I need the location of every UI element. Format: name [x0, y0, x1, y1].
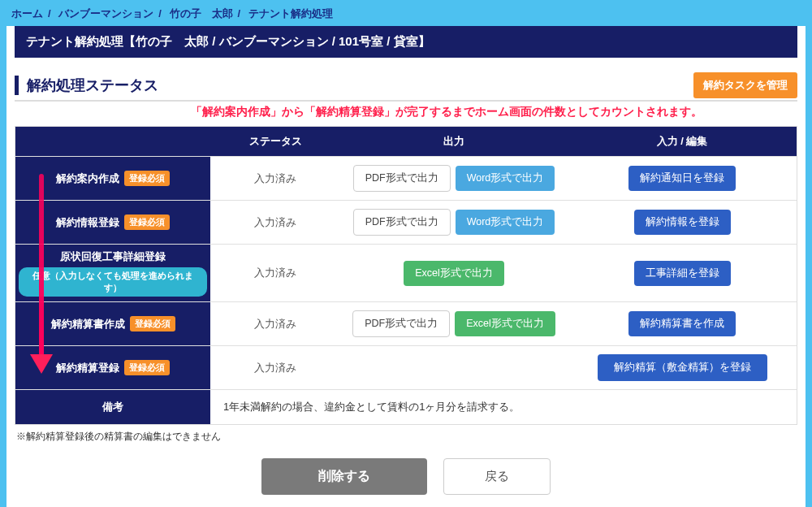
edit-button[interactable]: 解約情報を登録	[634, 210, 731, 235]
optional-badge: 任意（入力しなくても処理を進められます）	[19, 267, 207, 297]
manage-tasks-button[interactable]: 解約タスクを管理	[693, 72, 797, 98]
step-name: 原状回復工事詳細登録	[60, 249, 166, 264]
required-badge: 登録必須	[124, 214, 170, 230]
step-name: 解約精算書作成	[51, 317, 125, 332]
table-row: 解約精算書作成登録必須入力済みPDF形式で出力Excel形式で出力解約精算書を作…	[15, 301, 797, 345]
output-button[interactable]: Word形式で出力	[456, 166, 555, 191]
status-value: 入力済み	[210, 302, 340, 345]
th-output: 出力	[340, 127, 568, 156]
step-name: 解約精算登録	[56, 361, 119, 375]
remark-value: 1年未満解約の場合、違約金として賃料の1ヶ月分を請求する。	[210, 390, 797, 424]
info-note: 「解約案内作成」から「解約精算登録」が完了するまでホーム画面の件数としてカウント…	[15, 105, 797, 119]
required-badge: 登録必須	[124, 171, 170, 186]
breadcrumb: ホーム/ バンブーマンション/ 竹の子 太郎/ テナント解約処理	[0, 0, 812, 26]
th-name	[15, 127, 210, 156]
th-edit: 入力 / 編集	[568, 127, 797, 156]
crumb-building[interactable]: バンブーマンション	[58, 7, 153, 20]
edit-button[interactable]: 解約通知日を登録	[628, 166, 736, 191]
output-button[interactable]: Word形式で出力	[456, 210, 555, 235]
output-button[interactable]: PDF形式で出力	[353, 165, 451, 192]
back-button[interactable]: 戻る	[443, 458, 551, 495]
remark-label: 備考	[15, 390, 210, 424]
output-button[interactable]: PDF形式で出力	[352, 310, 450, 337]
crumb-current: テナント解約処理	[248, 7, 333, 20]
page-title: テナント解約処理【竹の子 太郎 / バンブーマンション / 101号室 / 貸室…	[15, 26, 797, 58]
edit-button[interactable]: 解約精算（敷金精算）を登録	[598, 354, 767, 381]
table-row: 解約案内作成登録必須入力済みPDF形式で出力Word形式で出力解約通知日を登録	[15, 156, 797, 200]
delete-button[interactable]: 削除する	[261, 458, 427, 495]
output-button[interactable]: PDF形式で出力	[353, 209, 451, 236]
output-button[interactable]: Excel形式で出力	[404, 261, 504, 286]
section-accent	[15, 76, 19, 95]
edit-button[interactable]: 解約精算書を作成	[628, 311, 736, 336]
status-value: 入力済み	[210, 157, 340, 200]
required-badge: 登録必須	[124, 360, 170, 375]
th-status: ステータス	[210, 127, 340, 156]
step-name: 解約案内作成	[56, 171, 119, 186]
table-row: 解約情報登録登録必須入力済みPDF形式で出力Word形式で出力解約情報を登録	[15, 200, 797, 244]
edit-button[interactable]: 工事詳細を登録	[634, 261, 731, 286]
crumb-tenant[interactable]: 竹の子 太郎	[170, 7, 233, 20]
table-row: 原状回復工事詳細登録任意（入力しなくても処理を進められます）入力済みExcel形…	[15, 244, 797, 301]
section-title: 解約処理ステータス	[27, 76, 158, 95]
output-button[interactable]: Excel形式で出力	[455, 311, 555, 336]
status-value: 入力済み	[210, 245, 340, 301]
footnote: ※解約精算登録後の精算書の編集はできません	[16, 430, 796, 444]
required-badge: 登録必須	[130, 316, 175, 332]
table-row: 解約精算登録登録必須入力済み解約精算（敷金精算）を登録	[15, 345, 797, 389]
step-name: 解約情報登録	[56, 215, 119, 230]
status-value: 入力済み	[210, 201, 340, 244]
status-value: 入力済み	[210, 346, 340, 389]
crumb-home[interactable]: ホーム	[11, 7, 43, 20]
status-table: ステータス 出力 入力 / 編集 解約案内作成登録必須入力済みPDF形式で出力W…	[15, 126, 797, 425]
